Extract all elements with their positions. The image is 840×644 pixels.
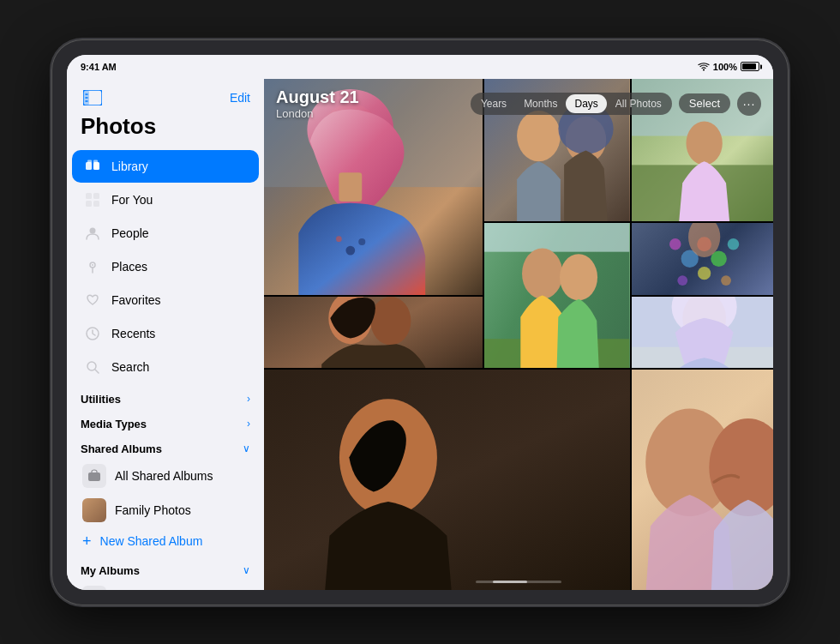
photo-area: August 21 London Years Months Days All P… (264, 79, 773, 590)
utilities-title: Utilities (81, 393, 121, 406)
my-albums-section-header[interactable]: My Albums ∨ (67, 556, 264, 581)
library-label: Library (111, 159, 148, 173)
sidebar: Edit Photos Library (67, 79, 264, 590)
years-btn[interactable]: Years (472, 94, 515, 113)
topbar-controls: Years Months Days All Photos Select ··· (471, 92, 761, 116)
grid-item-6[interactable] (484, 223, 629, 368)
scroll-thumb (493, 581, 527, 583)
battery-icon (741, 62, 759, 71)
more-button[interactable]: ··· (737, 92, 761, 116)
svg-point-53 (727, 238, 739, 250)
view-mode-selector: Years Months Days All Photos (471, 93, 672, 115)
people-label: People (111, 226, 149, 240)
shared-albums-section-header[interactable]: Shared Albums ∨ (67, 434, 264, 459)
new-shared-album-item[interactable]: + New Shared Album (72, 527, 259, 556)
svg-rect-8 (87, 159, 92, 163)
svg-point-16 (92, 264, 93, 266)
svg-point-46 (560, 255, 597, 301)
sidebar-item-favorites[interactable]: Favorites (72, 284, 259, 316)
favorites-icon (82, 290, 103, 310)
for-you-icon (82, 190, 103, 210)
sidebar-item-all-shared-albums[interactable]: All Shared Albums (72, 459, 259, 493)
scroll-indicator (476, 581, 561, 583)
sidebar-item-library[interactable]: Library (72, 150, 259, 183)
all-albums-icon (82, 586, 106, 590)
svg-rect-43 (484, 223, 629, 252)
svg-point-14 (90, 227, 96, 233)
svg-point-0 (703, 69, 705, 70)
svg-point-45 (522, 249, 562, 299)
battery-percent: 100% (713, 62, 737, 72)
utilities-chevron: › (247, 393, 250, 405)
grid-item-7[interactable] (632, 223, 773, 294)
select-button[interactable]: Select (679, 93, 730, 113)
edit-button[interactable]: Edit (230, 91, 250, 105)
svg-point-28 (336, 236, 342, 242)
status-bar: 9:41 AM 100% (67, 55, 773, 79)
main-content: Edit Photos Library (67, 79, 773, 590)
svg-point-27 (345, 245, 355, 255)
new-album-plus: + (82, 533, 92, 551)
places-label: Places (111, 260, 147, 274)
svg-point-32 (517, 110, 561, 160)
svg-line-19 (95, 370, 99, 373)
my-albums-title: My Albums (81, 564, 140, 577)
status-right: 100% (698, 62, 759, 72)
sidebar-item-all-albums[interactable]: All Albums (72, 581, 259, 590)
media-types-section-header[interactable]: Media Types › (67, 409, 264, 434)
bottom-left-photo[interactable] (264, 370, 630, 589)
bottom-right-photo[interactable] (632, 370, 773, 589)
media-types-title: Media Types (81, 418, 147, 430)
grid-item-8[interactable] (632, 297, 773, 368)
sidebar-item-search[interactable]: Search (72, 351, 259, 383)
svg-point-38 (686, 121, 722, 165)
ipad-screen: 9:41 AM 100% (67, 55, 773, 590)
ipad-frame: 9:41 AM 100% (51, 39, 789, 605)
sidebar-item-recents[interactable]: Recents (72, 317, 259, 350)
all-photos-btn[interactable]: All Photos (607, 94, 670, 113)
library-icon (82, 156, 103, 177)
favorites-label: Favorites (111, 293, 161, 307)
all-shared-albums-icon (82, 464, 106, 488)
months-btn[interactable]: Months (515, 94, 566, 113)
all-shared-albums-label: All Shared Albums (115, 469, 213, 483)
svg-rect-13 (93, 201, 99, 207)
svg-rect-30 (339, 172, 362, 202)
grid-item-1[interactable] (264, 79, 483, 295)
svg-rect-12 (86, 201, 92, 207)
people-icon (82, 223, 103, 244)
svg-point-51 (698, 267, 711, 280)
places-icon (82, 256, 103, 277)
grid-item-5[interactable] (264, 297, 483, 368)
sidebar-item-family-photos[interactable]: Family Photos (72, 493, 259, 527)
sidebar-item-places[interactable]: Places (72, 250, 259, 283)
sidebar-header: Edit (67, 79, 264, 113)
svg-point-54 (677, 276, 687, 286)
utilities-section-header[interactable]: Utilities › (67, 384, 264, 409)
svg-rect-9 (93, 159, 98, 163)
status-time: 9:41 AM (81, 62, 117, 72)
sidebar-toggle-icon[interactable] (81, 86, 105, 110)
svg-point-41 (370, 297, 411, 345)
svg-point-55 (721, 276, 731, 286)
svg-rect-11 (93, 193, 99, 199)
shared-albums-title: Shared Albums (81, 442, 162, 455)
family-photos-label: Family Photos (115, 503, 191, 517)
more-dots: ··· (743, 97, 756, 111)
svg-point-29 (358, 238, 365, 244)
media-types-chevron: › (247, 418, 250, 430)
days-btn[interactable]: Days (566, 94, 606, 113)
svg-point-52 (669, 238, 681, 250)
my-albums-chevron: ∨ (243, 564, 250, 576)
sidebar-title: Photos (67, 113, 264, 150)
photo-grid (264, 79, 773, 590)
for-you-label: For You (111, 193, 153, 207)
recents-label: Recents (111, 327, 155, 340)
svg-rect-10 (86, 193, 92, 199)
family-photos-icon (82, 498, 106, 522)
search-label: Search (111, 360, 149, 374)
sidebar-item-for-you[interactable]: For You (72, 184, 259, 216)
search-icon (82, 357, 103, 377)
new-shared-album-label: New Shared Album (100, 534, 203, 548)
sidebar-item-people[interactable]: People (72, 217, 259, 250)
